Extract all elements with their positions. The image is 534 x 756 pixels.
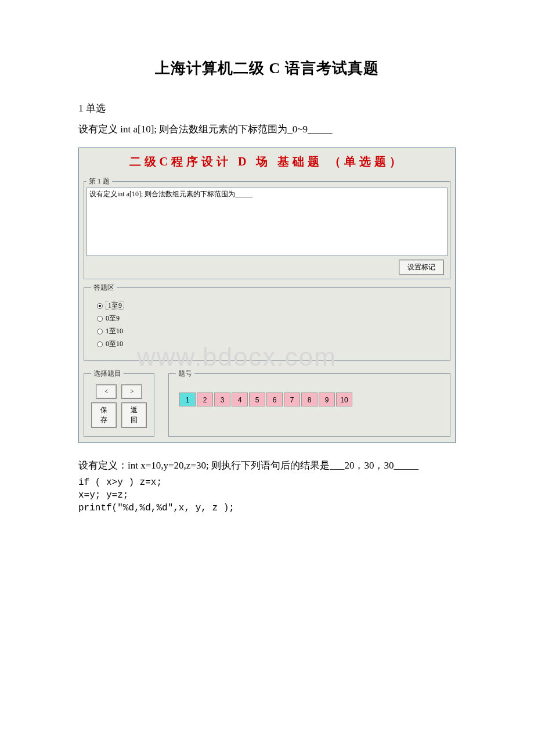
question-text-area: 设有定义int a[10]; 则合法数组元素的下标范围为_____ bbox=[86, 188, 448, 256]
code-line: if ( x>y ) z=x; bbox=[78, 477, 456, 488]
app-header: 二级C程序设计 D 场 基础题 （单选题） bbox=[79, 148, 455, 174]
select-question-fieldset: 选择题目 < > 保存 返回 bbox=[84, 369, 154, 437]
exam-app-panel: www.bdocx.com 二级C程序设计 D 场 基础题 （单选题） 第 1 … bbox=[78, 147, 456, 443]
question2-text: 设有定义：int x=10,y=20,z=30; 则执行下列语句后的结果是___… bbox=[78, 458, 456, 473]
question-number-tile[interactable]: 7 bbox=[284, 393, 300, 406]
question-number-tile[interactable]: 4 bbox=[232, 393, 248, 406]
answer-option-label: 0至9 bbox=[106, 314, 120, 322]
back-button[interactable]: 返回 bbox=[121, 402, 147, 428]
question1-text: 设有定义 int a[10]; 则合法数组元素的下标范围为_0~9_____ bbox=[78, 122, 456, 137]
question-number-tile[interactable]: 3 bbox=[214, 393, 230, 406]
answer-legend: 答题区 bbox=[91, 283, 117, 293]
code-line: x=y; y=z; bbox=[78, 490, 456, 501]
question-number-legend: 题号 bbox=[176, 369, 194, 379]
question-number-tiles: 12345678910 bbox=[176, 382, 443, 411]
question-number-tile[interactable]: 5 bbox=[249, 393, 265, 406]
answer-option-label: 0至10 bbox=[106, 340, 123, 348]
question-fieldset: 第 1 题 设有定义int a[10]; 则合法数组元素的下标范围为_____ … bbox=[84, 177, 450, 279]
select-question-legend: 选择题目 bbox=[91, 369, 124, 379]
question-number-tile[interactable]: 10 bbox=[336, 393, 352, 406]
radio-icon bbox=[97, 341, 103, 347]
app-title: 二级C程序设计 D 场 基础题 （单选题） bbox=[129, 155, 405, 168]
question-number-tile[interactable]: 1 bbox=[179, 393, 196, 406]
answer-option-label: 1至10 bbox=[106, 327, 123, 335]
answer-option[interactable]: 0至10 bbox=[97, 339, 437, 349]
code-line: printf("%d,%d,%d",x, y, z ); bbox=[78, 503, 456, 513]
question-number-tile[interactable]: 9 bbox=[319, 393, 335, 406]
save-button[interactable]: 保存 bbox=[91, 402, 117, 428]
answer-fieldset: 答题区 1至90至91至100至10 bbox=[84, 283, 450, 361]
next-button[interactable]: > bbox=[121, 384, 142, 399]
radio-icon bbox=[97, 316, 103, 322]
section-label: 1 单选 bbox=[78, 102, 456, 115]
set-mark-button[interactable]: 设置标记 bbox=[399, 260, 444, 275]
question-number-tile[interactable]: 6 bbox=[266, 393, 283, 406]
radio-icon bbox=[97, 329, 103, 334]
answer-option[interactable]: 1至9 bbox=[97, 301, 437, 311]
prev-button[interactable]: < bbox=[96, 384, 117, 399]
question-legend: 第 1 题 bbox=[86, 177, 112, 186]
answer-option-label: 1至9 bbox=[106, 301, 124, 310]
radio-icon bbox=[97, 303, 103, 309]
question-number-fieldset: 题号 12345678910 bbox=[168, 369, 450, 437]
answer-list: 1至90至91至100至10 bbox=[91, 296, 443, 354]
question-number-tile[interactable]: 8 bbox=[301, 393, 317, 406]
question-number-tile[interactable]: 2 bbox=[197, 393, 213, 406]
document-title: 上海计算机二级 C 语言考试真题 bbox=[78, 58, 456, 78]
answer-option[interactable]: 1至10 bbox=[97, 326, 437, 336]
answer-option[interactable]: 0至9 bbox=[97, 314, 437, 323]
